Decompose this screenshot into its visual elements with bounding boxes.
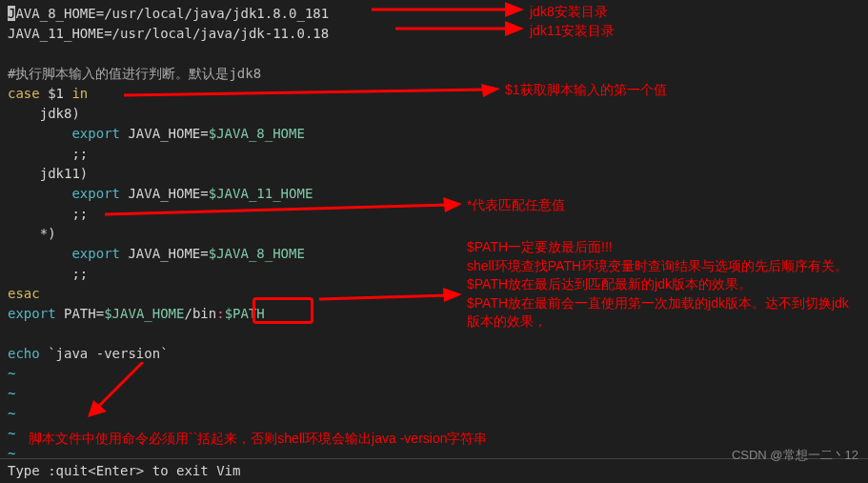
svg-line-4: [124, 90, 486, 95]
arrow-4: [105, 195, 462, 224]
arrow-6: [86, 362, 152, 424]
annotation-jdk11-dir: jdk11安装目录: [530, 21, 615, 41]
highlight-box-path: [252, 297, 313, 324]
annot-path-2: shell环境查找PATH环境变量时查询结果与选项的先后顺序有关。: [467, 257, 858, 276]
annot-path-4: $PATH放在最前会一直使用第一次加载的jdk版本。达不到切换jdk版本的效果，: [467, 294, 858, 332]
svg-marker-5: [481, 84, 500, 97]
annotation-arg1: $1获取脚本输入的第一个值: [505, 80, 667, 100]
arrow-1: [372, 0, 524, 19]
status-text: Type :quit<Enter> to exit Vim: [8, 463, 240, 478]
arrow-3: [124, 84, 500, 103]
svg-marker-7: [443, 197, 462, 212]
svg-marker-1: [505, 2, 524, 17]
annotation-backtick: 脚本文件中使用命令必须用``括起来，否则shell环境会输出java -vers…: [29, 429, 848, 449]
arrow-2: [395, 19, 524, 38]
arrow-5: [319, 286, 462, 305]
code-line-3: [8, 44, 860, 64]
annot-path-1: $PATH一定要放最后面!!!: [467, 238, 858, 257]
code-line-6: jdk8): [8, 104, 860, 124]
annot-path-3: $PATH放在最后达到匹配最新的jdk版本的效果。: [467, 275, 858, 294]
code-line-4-comment: #执行脚本输入的值进行判断。默认是jdk8: [8, 64, 860, 84]
svg-marker-3: [505, 21, 524, 36]
annotation-jdk8-dir: jdk8安装目录: [530, 2, 608, 22]
svg-line-6: [105, 205, 448, 214]
code-line-8: ;;: [8, 144, 860, 164]
code-line-9: jdk11): [8, 164, 860, 184]
svg-line-8: [319, 295, 448, 299]
code-line-18: echo `java -version`: [8, 344, 860, 364]
annotation-star: *代表匹配任意值: [467, 195, 565, 215]
svg-marker-9: [443, 288, 462, 302]
annotation-path-block: $PATH一定要放最后面!!! shell环境查找PATH环境变量时查询结果与选…: [467, 238, 858, 332]
svg-line-10: [95, 362, 143, 410]
watermark: CSDN @常想一二丶12: [732, 446, 858, 465]
code-line-7: export JAVA_HOME=$JAVA_8_HOME: [8, 124, 860, 144]
